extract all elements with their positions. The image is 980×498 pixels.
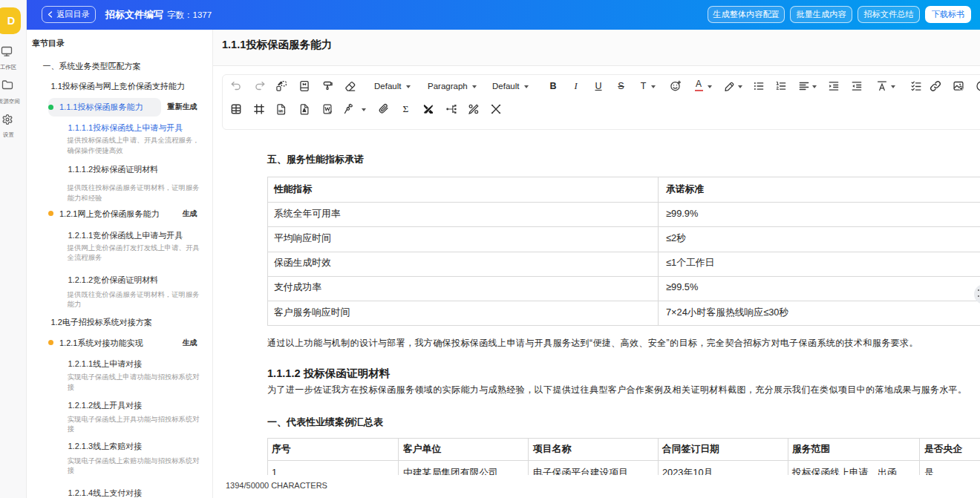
svg-text:PDF: PDF — [279, 110, 284, 113]
